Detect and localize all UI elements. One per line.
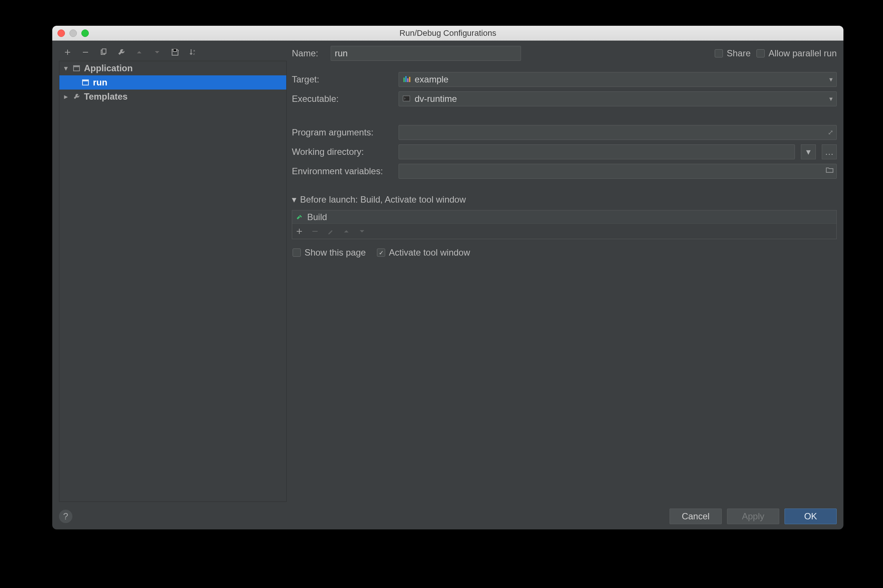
cancel-button[interactable]: Cancel [670,508,722,524]
app-icon [81,79,90,86]
tree-node-run[interactable]: run [59,75,286,90]
svg-rect-1 [102,49,106,53]
before-launch-header[interactable]: ▾ Before launch: Build, Activate tool wi… [292,194,837,205]
checkbox-label: Share [727,48,751,58]
copy-config-button[interactable] [99,47,108,57]
svg-text:a: a [193,49,195,52]
wd-input[interactable] [403,147,791,157]
svg-rect-10 [407,78,408,82]
wd-dropdown-button[interactable]: ▾ [801,144,816,159]
close-button[interactable] [57,30,65,37]
apply-button: Apply [727,508,779,524]
checkbox-label: Allow parallel run [769,48,837,58]
args-input-wrap: ⤢ [399,125,837,140]
task-up-button [342,227,350,236]
executable-label: Executable: [292,94,393,104]
folder-icon[interactable] [826,167,833,173]
chevron-down-icon: ▾ [62,64,69,72]
wd-browse-button[interactable]: … [822,144,837,159]
combo-value: dv-runtime [414,94,457,104]
args-label: Program arguments: [292,127,393,138]
help-button[interactable]: ? [59,510,72,523]
env-label: Environment variables: [292,166,393,177]
show-page-checkbox[interactable]: Show this page [293,248,366,258]
task-down-button [358,227,366,236]
tree-label: run [93,77,108,88]
checkbox-label: Show this page [305,248,366,258]
edit-task-button [327,227,335,236]
sidebar: az ▾ Application run ▸ [59,46,287,502]
add-task-button[interactable] [295,227,303,236]
svg-rect-9 [405,76,407,82]
remove-config-button[interactable] [81,47,90,57]
share-checkbox[interactable]: Share [715,48,751,58]
hammer-icon [295,213,303,221]
activate-tool-checkbox[interactable]: ✓ Activate tool window [377,248,470,258]
minimize-button[interactable] [69,30,77,37]
config-tree[interactable]: ▾ Application run ▸ Templates [59,61,287,502]
button-label: Apply [742,511,764,522]
svg-rect-5 [74,66,80,67]
add-config-button[interactable] [63,47,72,57]
svg-rect-8 [404,78,405,82]
task-row-build[interactable]: Build [292,210,836,224]
checkbox-box [715,49,723,57]
save-config-button[interactable] [170,47,180,57]
button-label: OK [804,511,817,522]
tree-label: Templates [84,92,128,102]
move-down-button [152,47,162,57]
terminal-icon [403,95,411,103]
move-up-button [134,47,144,57]
tree-node-templates[interactable]: ▸ Templates [59,90,286,104]
target-combo[interactable]: example ▾ [399,72,837,87]
combo-value: example [414,74,449,85]
remove-task-button [311,227,319,236]
titlebar: Run/Debug Configurations [52,26,844,40]
args-input[interactable] [403,127,833,138]
svg-text:z: z [193,52,195,56]
checkbox-box [293,249,301,257]
maximize-button[interactable] [81,30,89,37]
wrench-icon[interactable] [116,47,126,57]
form-panel: Name: Share Allow parallel run [292,46,837,502]
env-input[interactable] [403,166,833,177]
svg-rect-12 [403,96,410,101]
section-title: Before launch: Build, Activate tool wind… [300,194,466,205]
checkbox-label: Activate tool window [389,248,470,258]
task-toolbar [292,224,836,239]
chevron-down-icon: ▾ [829,95,833,103]
svg-rect-11 [409,77,410,82]
chevron-down-icon: ▾ [829,75,833,84]
tree-node-application[interactable]: ▾ Application [59,61,286,75]
svg-rect-7 [83,80,89,81]
tree-label: Application [84,63,133,74]
traffic-lights [57,30,89,37]
name-input-wrap [331,46,521,61]
task-label: Build [307,212,327,222]
before-launch-list: Build [292,210,837,239]
target-label: Target: [292,74,393,85]
dialog-footer: ? Cancel Apply OK [59,506,837,524]
executable-combo[interactable]: dv-runtime ▾ [399,92,837,106]
chevron-right-icon: ▸ [62,93,69,101]
checkbox-box: ✓ [377,249,385,257]
parallel-checkbox[interactable]: Allow parallel run [757,48,837,58]
wd-label: Working directory: [292,147,393,157]
wrench-icon [72,93,81,100]
checkbox-box [757,49,765,57]
name-label: Name: [292,48,325,58]
wd-input-wrap [399,144,795,159]
dialog-body: az ▾ Application run ▸ [52,40,844,530]
dialog-window: Run/Debug Configurations az [52,26,844,530]
window-title: Run/Debug Configurations [52,28,844,38]
ok-button[interactable]: OK [784,508,837,524]
sort-alpha-button[interactable]: az [188,47,198,57]
env-input-wrap [399,164,837,179]
name-input[interactable] [335,48,517,58]
sidebar-toolbar: az [59,46,287,61]
expand-icon[interactable]: ⤢ [828,128,833,136]
chevron-down-icon: ▾ [292,194,296,205]
bars-icon [403,75,411,84]
app-icon [72,64,81,72]
button-label: Cancel [682,511,710,522]
